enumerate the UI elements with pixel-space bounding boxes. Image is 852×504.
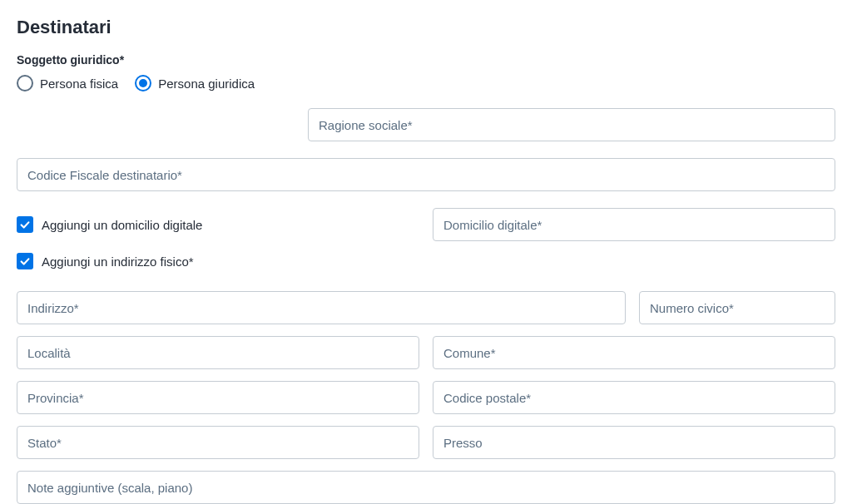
checkbox-domicilio-digitale[interactable]: Aggiungi un domicilio digitale	[17, 216, 419, 233]
radio-persona-fisica[interactable]: Persona fisica	[17, 75, 118, 91]
checkbox-domicilio-label: Aggiungi un domicilio digitale	[42, 218, 202, 232]
numero-civico-input[interactable]	[639, 291, 835, 324]
domicilio-digitale-input[interactable]	[433, 208, 835, 241]
stato-input[interactable]	[17, 426, 419, 459]
provincia-input[interactable]	[17, 381, 419, 414]
radio-persona-giuridica[interactable]: Persona giuridica	[135, 75, 255, 91]
note-input[interactable]	[17, 471, 835, 504]
check-icon	[17, 216, 33, 233]
radio-persona-fisica-label: Persona fisica	[40, 77, 118, 91]
radio-persona-giuridica-label: Persona giuridica	[158, 77, 255, 91]
radio-icon	[135, 75, 151, 91]
page-title: Destinatari	[17, 17, 835, 38]
soggetto-giuridico-label: Soggetto giuridico*	[17, 53, 835, 67]
localita-input[interactable]	[17, 336, 419, 369]
checkbox-indirizzo-fisico-label: Aggiungi un indirizzo fisico*	[42, 254, 194, 269]
indirizzo-input[interactable]	[17, 291, 626, 324]
soggetto-radio-group: Persona fisica Persona giuridica	[17, 75, 835, 91]
radio-icon	[17, 75, 33, 91]
comune-input[interactable]	[433, 336, 835, 369]
codice-postale-input[interactable]	[433, 381, 835, 414]
presso-input[interactable]	[433, 426, 835, 459]
codice-fiscale-input[interactable]	[17, 158, 835, 191]
checkbox-indirizzo-fisico[interactable]: Aggiungi un indirizzo fisico*	[17, 253, 194, 269]
check-icon	[17, 253, 33, 269]
ragione-sociale-input[interactable]	[308, 108, 835, 141]
